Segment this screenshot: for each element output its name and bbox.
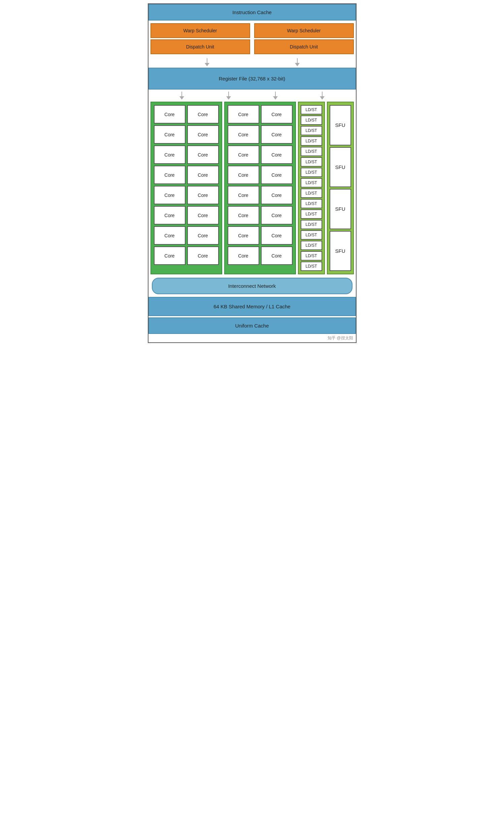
- core-cell: Core: [187, 125, 219, 144]
- ldst-cell: LD/ST: [301, 220, 322, 229]
- ldst-cell: LD/ST: [301, 262, 322, 271]
- core-cell: Core: [154, 206, 186, 225]
- sfu-cell: SFU: [330, 147, 351, 187]
- ldst-cell: LD/ST: [301, 178, 322, 187]
- core-cell: Core: [261, 145, 293, 164]
- core-cell: Core: [261, 166, 293, 184]
- core-row: CoreCore: [228, 246, 293, 265]
- core-cell: Core: [261, 105, 293, 124]
- core-cell: Core: [228, 105, 259, 124]
- sfu-group: SFUSFUSFUSFU: [327, 102, 354, 274]
- core-cell: Core: [261, 226, 293, 245]
- sfu-cell: SFU: [330, 189, 351, 229]
- ldst-cell: LD/ST: [301, 241, 322, 250]
- uniform-cache: Uniform Cache: [148, 317, 356, 334]
- core-cell: Core: [228, 166, 259, 184]
- ldst-cell: LD/ST: [301, 251, 322, 261]
- arrow-2: [295, 58, 300, 66]
- ldst-cell: LD/ST: [301, 136, 322, 146]
- core-cell: Core: [228, 186, 259, 204]
- core-row: CoreCore: [228, 186, 293, 204]
- core-cell: Core: [154, 125, 186, 144]
- arrows-from-register: [148, 90, 356, 102]
- register-file: Register File (32,768 x 32-bit): [148, 68, 356, 90]
- core-cell: Core: [261, 186, 293, 204]
- dispatch-unit-left: Dispatch Unit: [150, 39, 250, 54]
- core-group-2: CoreCoreCoreCoreCoreCoreCoreCoreCoreCore…: [224, 102, 296, 274]
- arrow-4: [226, 92, 231, 100]
- core-group-1: CoreCoreCoreCoreCoreCoreCoreCoreCoreCore…: [150, 102, 222, 274]
- core-cell: Core: [154, 186, 186, 204]
- interconnect-network: Interconnect Network: [152, 278, 352, 294]
- arrow-3: [179, 92, 184, 100]
- gpu-sm-diagram: Instruction Cache Warp Scheduler Warp Sc…: [148, 3, 357, 343]
- arrows-to-register: [148, 57, 356, 68]
- core-row: CoreCore: [154, 226, 219, 245]
- core-row: CoreCore: [154, 105, 219, 124]
- sfu-cell: SFU: [330, 105, 351, 145]
- compute-section: CoreCoreCoreCoreCoreCoreCoreCoreCoreCore…: [148, 102, 356, 276]
- dispatch-unit-right: Dispatch Unit: [254, 39, 354, 54]
- warp-scheduler-left: Warp Scheduler: [150, 23, 250, 38]
- core-row: CoreCore: [228, 226, 293, 245]
- core-cell: Core: [187, 105, 219, 124]
- core-cell: Core: [187, 246, 219, 265]
- core-cell: Core: [228, 246, 259, 265]
- core-row: CoreCore: [154, 246, 219, 265]
- core-row: CoreCore: [228, 105, 293, 124]
- core-cell: Core: [154, 145, 186, 164]
- core-cell: Core: [187, 186, 219, 204]
- ldst-cell: LD/ST: [301, 157, 322, 167]
- warp-scheduler-right: Warp Scheduler: [254, 23, 354, 38]
- core-row: CoreCore: [154, 166, 219, 184]
- core-row: CoreCore: [228, 125, 293, 144]
- core-row: CoreCore: [154, 186, 219, 204]
- core-cell: Core: [187, 226, 219, 245]
- core-row: CoreCore: [228, 206, 293, 225]
- ldst-group: LD/STLD/STLD/STLD/STLD/STLD/STLD/STLD/ST…: [298, 102, 325, 274]
- core-row: CoreCore: [154, 206, 219, 225]
- ldst-cell: LD/ST: [301, 230, 322, 240]
- core-cell: Core: [228, 125, 259, 144]
- ldst-cell: LD/ST: [301, 168, 322, 177]
- arrow-5: [273, 92, 278, 100]
- core-cell: Core: [187, 166, 219, 184]
- ldst-cell: LD/ST: [301, 147, 322, 156]
- core-row: CoreCore: [154, 145, 219, 164]
- core-row: CoreCore: [228, 166, 293, 184]
- core-cell: Core: [228, 145, 259, 164]
- core-cell: Core: [154, 226, 186, 245]
- ldst-cell: LD/ST: [301, 105, 322, 114]
- ldst-cell: LD/ST: [301, 189, 322, 198]
- arrow-1: [205, 58, 209, 66]
- arrow-6: [320, 92, 325, 100]
- watermark: 知乎 @捏太阳: [148, 334, 356, 342]
- core-row: CoreCore: [228, 145, 293, 164]
- core-cell: Core: [228, 206, 259, 225]
- core-cell: Core: [261, 125, 293, 144]
- core-row: CoreCore: [154, 125, 219, 144]
- core-cell: Core: [154, 105, 186, 124]
- core-cell: Core: [228, 226, 259, 245]
- ldst-cell: LD/ST: [301, 209, 322, 219]
- sfu-cell: SFU: [330, 231, 351, 271]
- core-cell: Core: [154, 246, 186, 265]
- core-cell: Core: [261, 206, 293, 225]
- core-cell: Core: [187, 145, 219, 164]
- shared-memory: 64 KB Shared Memory / L1 Cache: [148, 297, 356, 316]
- instruction-cache: Instruction Cache: [148, 4, 356, 21]
- ldst-cell: LD/ST: [301, 126, 322, 135]
- ldst-cell: LD/ST: [301, 115, 322, 125]
- core-cell: Core: [261, 246, 293, 265]
- ldst-cell: LD/ST: [301, 199, 322, 208]
- core-cell: Core: [154, 166, 186, 184]
- core-cell: Core: [187, 206, 219, 225]
